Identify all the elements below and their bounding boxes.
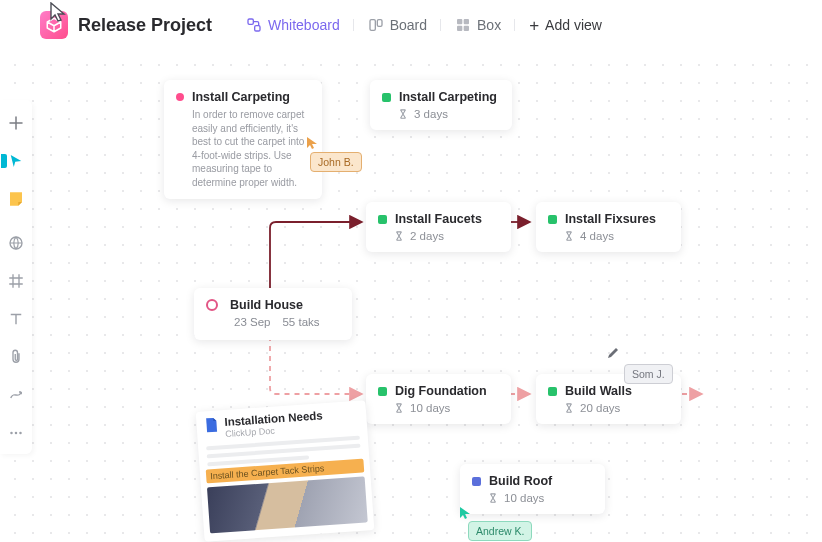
- board-icon: [368, 17, 384, 33]
- task-card-build-house[interactable]: Build House 23 Sep 55 taks: [194, 288, 352, 340]
- project-title: Release Project: [78, 15, 212, 36]
- status-ring-icon: [206, 299, 218, 311]
- tool-sticky-note-button[interactable]: [5, 188, 27, 210]
- task-duration: 3 days: [414, 108, 448, 120]
- task-duration: 10 days: [504, 492, 544, 504]
- svg-rect-6: [457, 26, 462, 31]
- task-card-build-roof[interactable]: Build Roof 10 days: [460, 464, 605, 514]
- status-square-icon: [378, 387, 387, 396]
- tool-add-button[interactable]: [5, 112, 27, 134]
- task-card-dig-foundation[interactable]: Dig Foundation 10 days: [366, 374, 511, 424]
- tool-web-embed-button[interactable]: [5, 232, 27, 254]
- svg-rect-1: [255, 26, 260, 31]
- task-count: 55 taks: [282, 316, 319, 328]
- task-card-install-fixtures[interactable]: Install Fixsures 4 days: [536, 202, 681, 252]
- person-tag-andrew[interactable]: Andrew K.: [468, 521, 532, 541]
- status-square-icon: [472, 477, 481, 486]
- tool-connector-button[interactable]: [5, 384, 27, 406]
- tab-board[interactable]: Board: [356, 11, 439, 39]
- svg-point-10: [15, 432, 18, 435]
- tool-frame-button[interactable]: [5, 270, 27, 292]
- task-card-title: Install Fixsures: [565, 212, 656, 226]
- tool-cursor-button[interactable]: [5, 150, 27, 172]
- task-card-title: Install Faucets: [395, 212, 482, 226]
- task-card-title: Build Walls: [565, 384, 632, 398]
- task-card-title: Dig Foundation: [395, 384, 487, 398]
- task-card-description: In order to remove carpet easily and eff…: [176, 108, 310, 189]
- add-view-label: Add view: [545, 17, 602, 33]
- person-tag-sam[interactable]: Som J.: [624, 364, 673, 384]
- tab-whiteboard[interactable]: Whiteboard: [234, 11, 352, 39]
- plus-icon: +: [529, 17, 539, 34]
- add-view-button[interactable]: + Add view: [517, 11, 614, 40]
- status-square-icon: [548, 387, 557, 396]
- tab-box[interactable]: Box: [443, 11, 513, 39]
- doc-card-installation-needs[interactable]: Installation Needs ClickUp Doc Install t…: [196, 400, 375, 542]
- tab-box-label: Box: [477, 17, 501, 33]
- hourglass-icon: [564, 403, 574, 413]
- task-card-title: Build House: [230, 298, 303, 312]
- doc-icon: [204, 417, 219, 434]
- task-card-install-carpeting-detail[interactable]: Install Carpeting In order to remove car…: [164, 80, 322, 199]
- task-card-title: Build Roof: [489, 474, 552, 488]
- status-dot-icon: [176, 93, 184, 101]
- svg-rect-4: [457, 19, 462, 24]
- svg-rect-3: [377, 20, 382, 27]
- whiteboard-canvas[interactable]: Install Carpeting In order to remove car…: [0, 50, 822, 542]
- svg-rect-7: [464, 26, 469, 31]
- status-square-icon: [378, 215, 387, 224]
- status-square-icon: [382, 93, 391, 102]
- edit-pencil-icon: [606, 346, 620, 364]
- tab-whiteboard-label: Whiteboard: [268, 17, 340, 33]
- task-duration: 10 days: [410, 402, 450, 414]
- task-date: 23 Sep: [234, 316, 270, 328]
- hourglass-icon: [398, 109, 408, 119]
- view-tabs: Whiteboard Board Box + Add view: [234, 11, 614, 40]
- hourglass-icon: [488, 493, 498, 503]
- person-tag-john[interactable]: John B.: [310, 152, 362, 172]
- tool-text-button[interactable]: [5, 308, 27, 330]
- task-duration: 4 days: [580, 230, 614, 242]
- task-card-install-faucets[interactable]: Install Faucets 2 days: [366, 202, 511, 252]
- doc-image-placeholder: [207, 476, 368, 533]
- header-bar: Release Project Whiteboard Board Box + A…: [0, 0, 822, 50]
- svg-rect-5: [464, 19, 469, 24]
- svg-point-11: [19, 432, 22, 435]
- task-card-install-carpeting[interactable]: Install Carpeting 3 days: [370, 80, 512, 130]
- whiteboard-icon: [246, 17, 262, 33]
- svg-point-9: [10, 432, 13, 435]
- hourglass-icon: [564, 231, 574, 241]
- hourglass-icon: [394, 403, 404, 413]
- box-icon: [455, 17, 471, 33]
- cursor-outline-icon: [50, 2, 66, 22]
- tool-attach-button[interactable]: [5, 346, 27, 368]
- task-card-title: Install Carpeting: [399, 90, 497, 104]
- task-duration: 2 days: [410, 230, 444, 242]
- svg-rect-2: [370, 20, 375, 31]
- task-duration: 20 days: [580, 402, 620, 414]
- status-square-icon: [548, 215, 557, 224]
- tab-board-label: Board: [390, 17, 427, 33]
- svg-rect-0: [248, 19, 253, 24]
- hourglass-icon: [394, 231, 404, 241]
- tool-more-button[interactable]: [5, 422, 27, 444]
- canvas-toolbar: [0, 100, 32, 454]
- task-card-title: Install Carpeting: [192, 90, 290, 104]
